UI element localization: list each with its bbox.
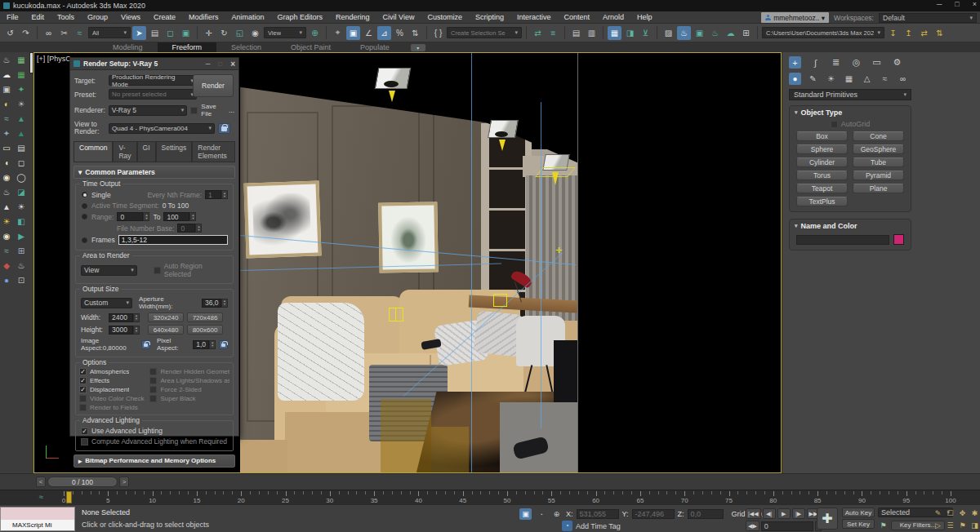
- left-toolbar-icon-13[interactable]: ▭: [0, 142, 13, 154]
- render-tab-v-ray[interactable]: V-Ray: [113, 141, 136, 162]
- modify-tab[interactable]: ∫: [809, 56, 822, 69]
- set-key-button[interactable]: Set Key: [842, 519, 875, 529]
- view-to-render-dropdown[interactable]: Quad 4 - PhysCamera004▾: [109, 123, 215, 134]
- menu-edit[interactable]: Edit: [25, 13, 51, 21]
- time-slider-handle[interactable]: [66, 491, 72, 503]
- plane-button[interactable]: Plane: [853, 184, 904, 193]
- object-name-field[interactable]: [796, 235, 889, 245]
- left-toolbar-icon-29[interactable]: ◆: [0, 259, 13, 272]
- render-in-cloud-icon[interactable]: ☁: [724, 26, 737, 40]
- name-and-color-header[interactable]: ▾ Name and Color: [790, 219, 911, 233]
- left-toolbar-icon-20[interactable]: ◪: [15, 186, 28, 198]
- ribbon-tab-freeform[interactable]: Freeform: [158, 42, 217, 52]
- left-toolbar-icon-1[interactable]: ♨: [0, 54, 13, 66]
- left-toolbar-icon-15[interactable]: ◖: [0, 157, 13, 169]
- mirror-icon[interactable]: ⇄: [531, 26, 545, 40]
- reference-coordinate-dropdown[interactable]: View▾: [264, 27, 306, 38]
- ribbon-tab-populate[interactable]: Populate: [345, 42, 404, 52]
- checked-checkbox[interactable]: ✓: [81, 428, 88, 435]
- next-frame-button[interactable]: >: [119, 477, 129, 487]
- auto-key-button[interactable]: Auto Key: [842, 508, 875, 517]
- dialog-close-button[interactable]: ×: [230, 60, 235, 69]
- left-toolbar-icon-9[interactable]: ≈: [0, 113, 13, 125]
- left-toolbar-icon-30[interactable]: ♨: [15, 259, 28, 272]
- left-toolbar-icon-8[interactable]: ☀: [15, 98, 28, 110]
- unchecked-checkbox[interactable]: ✓: [149, 386, 157, 393]
- tube-button[interactable]: Tube: [853, 157, 904, 167]
- keyboard-shortcut-override-icon[interactable]: { }: [431, 26, 445, 40]
- percent-snap-icon[interactable]: %: [393, 26, 407, 40]
- mini-curve-editor-icon[interactable]: ≈: [39, 493, 43, 501]
- menu-modifiers[interactable]: Modifiers: [182, 13, 225, 21]
- box-button[interactable]: Box: [796, 131, 848, 141]
- left-toolbar-icon-23[interactable]: ☀: [0, 215, 13, 228]
- menu-group[interactable]: Group: [81, 13, 114, 21]
- menu-create[interactable]: Create: [147, 13, 182, 21]
- range-to-value[interactable]: 100: [163, 212, 189, 221]
- dialog-title-bar[interactable]: Render Setup: V-Ray 5 ─ □ ×: [70, 58, 238, 70]
- cylinder-button[interactable]: Cylinder: [796, 157, 848, 167]
- select-and-place-icon[interactable]: ◉: [248, 26, 262, 40]
- layer-explorer-icon[interactable]: ▤: [569, 26, 583, 40]
- menu-customize[interactable]: Customize: [421, 13, 469, 21]
- left-toolbar-icon-5[interactable]: ▣: [0, 83, 13, 95]
- render-tab-render-elements[interactable]: Render Elements: [192, 141, 235, 162]
- utilities-tab[interactable]: ⚙: [891, 56, 903, 69]
- cameras-category[interactable]: ▦: [843, 73, 855, 85]
- auto-region-checkbox[interactable]: ✓: [154, 267, 161, 274]
- named-selection-sets-dropdown[interactable]: Create Selection Se▾: [447, 27, 522, 38]
- play-button[interactable]: ▶: [777, 508, 791, 519]
- window-crossing-icon[interactable]: ▣: [179, 26, 193, 40]
- redo-icon[interactable]: ↷: [19, 26, 33, 40]
- render-setup-icon[interactable]: ♨: [677, 26, 691, 40]
- left-toolbar-icon-2[interactable]: ▦: [15, 54, 28, 66]
- left-toolbar-icon-21[interactable]: ▲: [0, 201, 13, 213]
- rect-selection-region-icon[interactable]: ◻: [163, 26, 177, 40]
- menu-file[interactable]: File: [0, 13, 25, 21]
- status-mini-icon-top-3[interactable]: ✥: [957, 508, 968, 518]
- range-radio[interactable]: [81, 213, 88, 220]
- display-tab[interactable]: ▭: [871, 56, 883, 69]
- close-button[interactable]: ×: [973, 0, 977, 8]
- status-mini-icon-top-2[interactable]: ☐: [945, 508, 956, 518]
- status-mini-icon-bottom-1[interactable]: ▷: [933, 520, 943, 530]
- workspace-dropdown[interactable]: Default ▾: [879, 13, 977, 23]
- area-to-render-dropdown[interactable]: View▾: [81, 265, 137, 276]
- left-toolbar-icon-17[interactable]: ◉: [0, 171, 13, 184]
- pyramid-button[interactable]: Pyramid: [853, 171, 904, 180]
- use-pivot-center-icon[interactable]: ⊕: [308, 26, 322, 40]
- common-parameters-rollout[interactable]: ▾ Common Parameters: [74, 166, 235, 179]
- unchecked-checkbox[interactable]: ✓: [149, 395, 157, 402]
- go-to-start-button[interactable]: |◀◀: [746, 508, 761, 519]
- geometry-category[interactable]: ●: [789, 73, 801, 85]
- export-file-icon[interactable]: ↥: [902, 26, 915, 40]
- snap-25-icon[interactable]: ⊿: [377, 26, 391, 40]
- save-file-browse-button[interactable]: ...: [229, 106, 234, 114]
- toggle-ribbon-icon[interactable]: ▥: [585, 26, 599, 40]
- renderer-dropdown[interactable]: V-Ray 5▾: [109, 105, 188, 116]
- aperture-value[interactable]: 36,0: [202, 299, 221, 308]
- asset-tracking-icon[interactable]: ⇅: [933, 26, 947, 40]
- left-toolbar-icon-32[interactable]: ⊡: [15, 274, 28, 286]
- height-value[interactable]: 3000: [109, 326, 133, 335]
- left-toolbar-icon-27[interactable]: ≈: [0, 245, 13, 257]
- schematic-view-icon[interactable]: ◨: [623, 26, 637, 40]
- selection-lock-toggle[interactable]: ▣: [519, 508, 532, 520]
- z-coordinate-field[interactable]: 0,0: [688, 509, 724, 519]
- menu-content[interactable]: Content: [557, 13, 596, 21]
- left-toolbar-icon-24[interactable]: ◧: [15, 215, 28, 228]
- ribbon-tab-object-paint[interactable]: Object Paint: [276, 42, 345, 52]
- shapes-category[interactable]: ✎: [807, 73, 819, 85]
- status-mini-icon-bottom-4[interactable]: ◨: [969, 520, 980, 530]
- unchecked-checkbox[interactable]: ✓: [79, 395, 87, 402]
- select-by-name-icon[interactable]: ▤: [148, 26, 162, 40]
- select-and-rotate-icon[interactable]: ↻: [217, 26, 231, 40]
- render-tab-settings[interactable]: Settings: [156, 141, 193, 162]
- lights-category[interactable]: ☀: [825, 73, 837, 85]
- account-chip[interactable]: mmehmetooz.. ▾: [761, 12, 829, 23]
- menu-views[interactable]: Views: [114, 13, 147, 21]
- frame-slider[interactable]: 0 / 100: [47, 477, 118, 487]
- rendered-frame-window-icon[interactable]: ▣: [693, 26, 706, 40]
- left-toolbar-icon-28[interactable]: ⊞: [15, 245, 28, 257]
- image-aspect-lock-button[interactable]: [141, 340, 150, 349]
